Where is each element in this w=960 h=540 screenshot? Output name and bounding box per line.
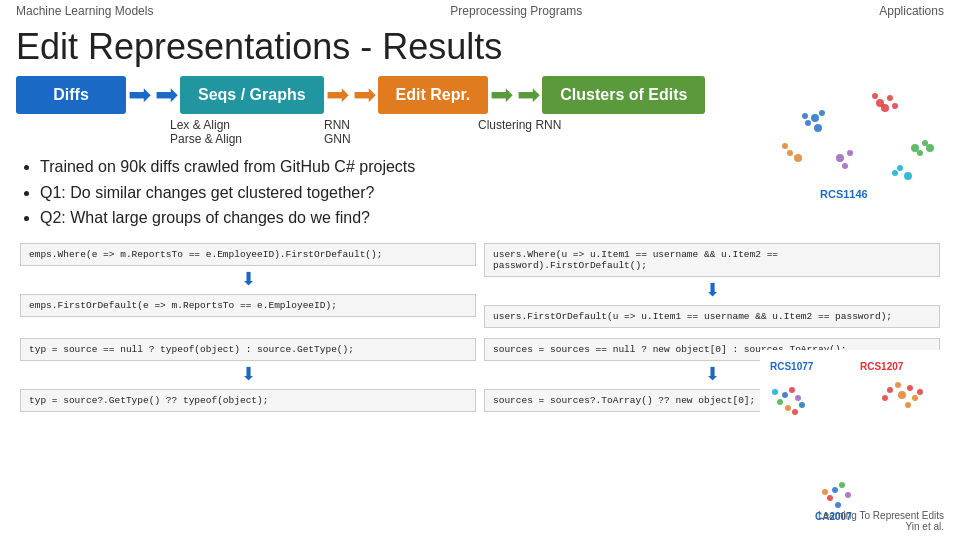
svg-point-22 [897,165,903,171]
svg-point-42 [912,395,918,401]
svg-point-29 [782,392,788,398]
svg-point-43 [917,389,923,395]
code-arrow-1: ⬇ [20,268,476,290]
svg-text:RCS1146: RCS1146 [820,188,868,200]
svg-point-49 [835,502,841,508]
footer-line1: Learning To Represent Edits [818,510,944,521]
svg-point-15 [926,144,934,152]
flow-label-rnn: RNN GNN [324,118,434,146]
code-arrow-3: ⬇ [20,363,476,385]
svg-point-11 [892,103,898,109]
svg-point-4 [805,120,811,126]
svg-text:RCS1077: RCS1077 [770,361,814,372]
svg-point-39 [882,395,888,401]
svg-point-23 [904,172,912,180]
svg-rect-25 [760,350,960,530]
rnn-label2: RNN [535,118,561,132]
code-bottom-1: emps.FirstOrDefault(e => m.ReportsTo == … [20,294,476,317]
arrow-3b: ➡ [517,81,540,109]
svg-point-13 [922,140,928,146]
svg-point-31 [777,399,783,405]
svg-point-19 [787,150,793,156]
arrow-1b: ➡ [155,81,178,109]
flow-box-diffs: Diffs [16,76,126,114]
svg-point-46 [839,482,845,488]
code-col-1: emps.Where(e => m.ReportsTo == e.Employe… [20,243,476,328]
svg-point-33 [785,405,791,411]
lex-align-label: Lex & Align [170,118,230,132]
arrow-2b: ➡ [353,81,376,109]
svg-text:RCS1207: RCS1207 [860,361,904,372]
svg-point-10 [881,104,889,112]
svg-point-32 [795,395,801,401]
svg-point-8 [887,95,893,101]
svg-point-5 [814,124,822,132]
svg-point-21 [782,143,788,149]
svg-point-16 [836,154,844,162]
svg-point-30 [789,387,795,393]
svg-point-9 [872,93,878,99]
svg-point-37 [887,387,893,393]
footer-line2: Yin et al. [818,521,944,532]
flow-label-seqs: Lex & Align Parse & Align [170,118,280,146]
nav-right: Applications [879,4,944,18]
gnn-label: GNN [324,132,351,146]
flow-box-seqs: Seqs / Graphs [180,76,324,114]
code-top-1: emps.Where(e => m.ReportsTo == e.Employe… [20,243,476,266]
arrow-1: ➡ [128,81,151,109]
flow-label-clustering: Clustering RNN [478,118,608,132]
svg-point-40 [898,391,906,399]
footer: Learning To Represent Edits Yin et al. [818,510,944,532]
nav-left: Machine Learning Models [16,4,153,18]
top-nav: Machine Learning Models Preprocessing Pr… [0,0,960,22]
svg-point-47 [827,495,833,501]
scatter-bottom-right: RCS1077 RCS1207 CA2007 [760,350,960,510]
code-top-2: users.Where(u => u.Item1 == username && … [484,243,940,277]
clustering-label: Clustering [478,118,532,132]
code-col-3: typ = source == null ? typeof(object) : … [20,338,476,412]
svg-point-44 [905,402,911,408]
code-arrow-2: ⬇ [484,279,940,301]
rnn-label: RNN [324,118,350,132]
svg-point-36 [792,409,798,415]
svg-point-35 [799,402,805,408]
svg-point-17 [847,150,853,156]
scatter-top-right: RCS1146 [760,58,960,223]
svg-point-50 [822,489,828,495]
arrow-3: ➡ [490,81,513,109]
code-bottom-2: users.FirstOrDefault(u => u.Item1 == use… [484,305,940,328]
code-bottom-3: typ = source?.GetType() ?? typeof(object… [20,389,476,412]
flow-box-editrepr: Edit Repr. [378,76,489,114]
code-col-2: users.Where(u => u.Item1 == username && … [484,243,940,328]
arrow-2: ➡ [326,81,349,109]
code-top-3: typ = source == null ? typeof(object) : … [20,338,476,361]
parse-align-label: Parse & Align [170,132,242,146]
svg-point-3 [819,110,825,116]
svg-point-45 [832,487,838,493]
svg-point-20 [794,154,802,162]
svg-point-2 [811,114,819,122]
nav-center: Preprocessing Programs [450,4,582,18]
svg-point-6 [802,113,808,119]
flow-box-clusters: Clusters of Edits [542,76,705,114]
svg-point-38 [895,382,901,388]
svg-point-12 [911,144,919,152]
svg-point-41 [907,385,913,391]
svg-point-34 [772,389,778,395]
svg-point-14 [917,150,923,156]
code-section-1: emps.Where(e => m.ReportsTo == e.Employe… [0,239,960,332]
svg-point-24 [892,170,898,176]
svg-point-48 [845,492,851,498]
svg-point-18 [842,163,848,169]
